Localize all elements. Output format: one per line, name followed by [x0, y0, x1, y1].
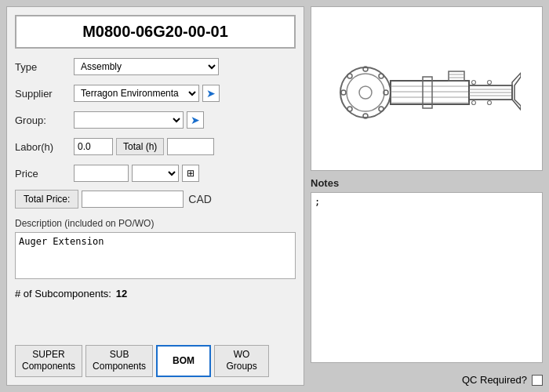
price-row: Price ⊞	[15, 163, 296, 183]
notes-textarea[interactable]: ;	[311, 192, 543, 363]
wo-groups-button[interactable]: WOGroups	[214, 345, 269, 377]
part-number: M0800-06G20-00-01	[23, 23, 288, 41]
supplier-label: Supplier	[15, 88, 74, 100]
assembly-image	[311, 6, 543, 171]
subcomponents-label: # of Subcomponents:	[15, 288, 111, 299]
total-price-button[interactable]: Total Price:	[15, 190, 78, 209]
svg-point-22	[472, 81, 476, 85]
buttons-row: SUPERComponents SUBComponents BOM WOGrou…	[15, 345, 296, 377]
super-components-button[interactable]: SUPERComponents	[15, 345, 82, 377]
group-row: Group: ➤	[15, 110, 296, 130]
notes-label: Notes	[311, 177, 543, 189]
total-h-button[interactable]: Total (h)	[116, 138, 164, 155]
description-textarea[interactable]: Auger Extension	[15, 232, 296, 279]
type-select[interactable]: Assembly	[74, 58, 219, 75]
subcomponents-row: # of Subcomponents: 12	[15, 288, 296, 299]
right-panel: Notes ; QC Required?	[311, 6, 543, 386]
description-section: Description (included on PO/WO) Auger Ex…	[15, 218, 296, 281]
price-currency-select[interactable]	[132, 165, 179, 182]
svg-point-9	[347, 107, 352, 111]
price-input[interactable]	[74, 165, 129, 182]
part-number-box: M0800-06G20-00-01	[15, 15, 296, 49]
supplier-field: Terragon Environmenta ➤	[74, 85, 296, 102]
labor-input[interactable]	[74, 138, 113, 155]
price-label: Price	[15, 168, 74, 180]
svg-point-1	[347, 74, 384, 111]
description-label: Description (included on PO/WO)	[15, 218, 296, 229]
type-label: Type	[15, 61, 74, 73]
svg-point-25	[488, 101, 492, 105]
svg-point-23	[472, 101, 476, 105]
svg-point-24	[488, 81, 492, 85]
subcomponents-count: 12	[116, 288, 127, 299]
svg-point-10	[379, 107, 384, 111]
total-h-input[interactable]	[167, 138, 214, 155]
assembly-svg	[333, 18, 521, 159]
notes-section: Notes ;	[311, 177, 543, 363]
qc-label: QC Required?	[462, 374, 527, 386]
group-arrow-button[interactable]: ➤	[187, 111, 204, 129]
cad-label: CAD	[188, 193, 212, 205]
svg-rect-11	[391, 81, 469, 104]
group-label: Group:	[15, 114, 74, 126]
price-field: ⊞	[74, 165, 296, 182]
supplier-select[interactable]: Terragon Environmenta	[74, 85, 199, 102]
bom-button[interactable]: BOM	[156, 345, 211, 377]
svg-point-8	[379, 74, 384, 78]
price-grid-button[interactable]: ⊞	[182, 165, 199, 182]
qc-checkbox[interactable]	[532, 375, 543, 386]
type-row: Type Assembly	[15, 56, 296, 77]
qc-row: QC Required?	[311, 374, 543, 386]
supplier-arrow-button[interactable]: ➤	[202, 85, 220, 102]
sub-components-button[interactable]: SUBComponents	[85, 345, 153, 377]
svg-rect-26	[449, 71, 464, 81]
left-panel: M0800-06G20-00-01 Type Assembly Supplier…	[6, 6, 304, 386]
group-select[interactable]	[74, 111, 184, 129]
svg-marker-21	[512, 73, 521, 110]
labor-label: Labor(h)	[15, 141, 74, 153]
labor-row: Labor(h) Total (h)	[15, 136, 296, 157]
group-field: ➤	[74, 111, 296, 129]
svg-point-7	[347, 74, 352, 78]
total-price-input[interactable]	[82, 191, 184, 208]
labor-field: Total (h)	[74, 138, 296, 155]
supplier-row: Supplier Terragon Environmenta ➤	[15, 83, 296, 103]
total-price-row: Total Price: CAD	[15, 190, 296, 209]
svg-point-5	[341, 90, 346, 95]
type-field: Assembly	[74, 58, 296, 75]
svg-point-2	[359, 86, 372, 99]
